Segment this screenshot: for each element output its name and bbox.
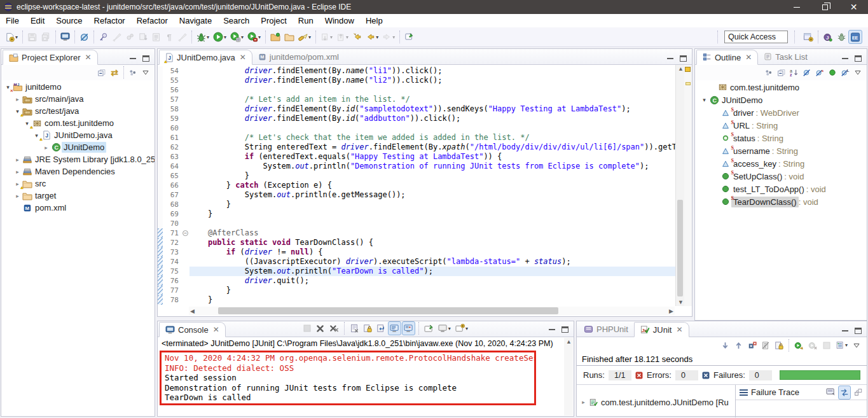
tree-item[interactable]: ▾▲com.test.junitdemo [1, 117, 155, 129]
code-line-60[interactable]: 60 [158, 123, 675, 133]
scrollbar-thumb[interactable] [218, 307, 558, 314]
view-menu-button[interactable] [851, 66, 864, 80]
close-tab-icon[interactable]: ✕ [676, 325, 682, 334]
junit-test-tree-item[interactable]: ▸ com.test.junitdemo.JUnitDemo [Ru [577, 385, 735, 417]
next-annotation-button[interactable]: ▾ [319, 30, 334, 44]
minimize-window-button[interactable] [782, 0, 811, 14]
rerun-failed-button[interactable] [806, 338, 820, 352]
run-coverage-button[interactable]: ▾ [228, 30, 245, 44]
save-all-button[interactable] [39, 30, 53, 44]
history-button[interactable]: ▾ [834, 338, 850, 352]
tab-task-list[interactable]: Task List [758, 49, 813, 64]
run-button[interactable]: ▾ [211, 30, 228, 44]
tab-outline[interactable]: Outline ✕ [696, 50, 758, 65]
code-text[interactable]: } [189, 295, 675, 305]
outline-item[interactable]: STearDownClass() : void [695, 195, 867, 208]
dropdown-caret-icon[interactable]: ▾ [308, 34, 311, 40]
maximize-view-icon[interactable] [855, 55, 862, 62]
menu-search-6[interactable]: Search [217, 14, 255, 27]
new-wizard-button[interactable]: ▾ [3, 30, 20, 44]
outline-item[interactable]: com.test.junitdemo [695, 81, 867, 94]
pin-console-button[interactable] [422, 321, 436, 335]
minimize-view-icon[interactable] [842, 330, 848, 331]
expand-arrow-icon[interactable]: ▸ [579, 399, 588, 405]
menu-file-0[interactable]: File [0, 14, 25, 27]
scroll-lock-button[interactable] [361, 321, 374, 335]
maximize-view-icon[interactable] [680, 55, 687, 62]
menu-refactor-3[interactable]: Refactor [88, 14, 131, 27]
outline-item[interactable]: Sdriver : WebDriver [695, 106, 867, 119]
code-line-61[interactable]: 61 /* Let's check that the item we added… [158, 133, 675, 143]
open-element-button[interactable] [150, 30, 163, 44]
dropdown-caret-icon[interactable]: ▾ [224, 34, 226, 40]
dropdown-caret-icon[interactable]: ▾ [392, 34, 395, 40]
code-text[interactable]: if (enteredText.equals("Happy Testing at… [189, 152, 675, 162]
trace-filter-button[interactable] [824, 386, 837, 400]
code-text[interactable] [189, 219, 675, 228]
code-line-71[interactable]: 71− @AfterClass [158, 228, 675, 238]
collapse-all-button[interactable] [775, 66, 788, 80]
hide-local-button[interactable]: L [839, 66, 851, 80]
code-text[interactable] [189, 85, 675, 95]
prev-failure-button[interactable] [733, 338, 745, 352]
debug-button[interactable]: ▾ [195, 30, 211, 44]
menu-source-2[interactable]: Source [50, 14, 88, 27]
code-text[interactable]: driver.findElement(By.name("li1")).click… [189, 66, 675, 76]
forward-button[interactable]: ▾ [380, 30, 397, 44]
code-line-63[interactable]: 63 if (enteredText.equals("Happy Testing… [158, 152, 675, 162]
next-failure-button[interactable] [719, 338, 732, 352]
stack-convert-button[interactable] [851, 386, 864, 400]
scrollbar-thumb[interactable] [677, 200, 683, 296]
expand-arrow-icon[interactable]: ▸ [13, 157, 22, 163]
code-text[interactable]: public static void TearDownClass() { [189, 238, 675, 247]
code-text[interactable] [189, 123, 675, 133]
minimize-view-icon[interactable] [130, 58, 136, 59]
tab-project-explorer[interactable]: Project Explorer ✕ [3, 50, 98, 65]
outline-item[interactable]: SURL : String [695, 119, 867, 132]
occurrence-marker[interactable] [685, 67, 691, 72]
clear-console-button[interactable] [348, 321, 361, 335]
collapse-all-button[interactable] [95, 66, 108, 80]
outline-item[interactable]: Saccess_key : String [695, 157, 867, 170]
expand-arrow-icon[interactable]: ▸ [13, 193, 22, 199]
build-project-button[interactable] [123, 30, 137, 44]
dropdown-caret-icon[interactable]: ▾ [376, 34, 378, 40]
code-text[interactable]: String enteredText = driver.findElement(… [189, 143, 675, 152]
search-button[interactable]: ▾ [296, 30, 313, 44]
console-scrollbar[interactable]: ▲ [564, 338, 573, 415]
display-console-button[interactable]: ▾ [436, 321, 453, 335]
scroll-up-icon[interactable]: ▲ [678, 66, 684, 72]
show-skipped-button[interactable] [759, 338, 772, 352]
code-text[interactable]: driver.findElement(By.id("sampletodotext… [189, 104, 675, 114]
close-tab-icon[interactable]: ✕ [213, 325, 219, 334]
tab-junit[interactable]: Ju JUnit ✕ [634, 322, 689, 337]
code-line-55[interactable]: 55 driver.findElement(By.name("li2")).cl… [158, 76, 675, 85]
code-line-76[interactable]: 76 driver.quit(); [158, 276, 675, 286]
hide-fields-button[interactable] [801, 66, 813, 80]
menu-edit-1[interactable]: Edit [25, 14, 50, 27]
scroll-lock-button[interactable] [773, 338, 785, 352]
code-line-67[interactable]: 67 System.out.println(e.getMessage()); [158, 190, 675, 200]
scroll-down-icon[interactable]: ▼ [678, 299, 684, 305]
menu-window-9[interactable]: Window [319, 14, 360, 27]
open-console-tool-button[interactable] [59, 30, 72, 44]
code-text[interactable]: @AfterClass [189, 228, 675, 238]
code-text[interactable]: System.out.println("Demonstration of run… [189, 162, 675, 171]
show-public-button[interactable] [826, 66, 839, 80]
compare-result-button[interactable] [838, 386, 851, 400]
code-line-57[interactable]: 57 /* Let's add an item in the list. */ [158, 95, 675, 104]
show-stderr-button[interactable]: * [402, 321, 415, 335]
minimize-view-icon[interactable] [667, 58, 673, 59]
menu-help-10[interactable]: Help [360, 14, 389, 27]
outline-item[interactable]: Susername : String [695, 144, 867, 157]
code-line-74[interactable]: 74 ((JavascriptExecutor) driver).execute… [158, 257, 675, 267]
code-line-77[interactable]: 77 } [158, 286, 675, 295]
mark-occurrences-button[interactable] [97, 30, 110, 44]
stop-button[interactable] [820, 338, 833, 352]
restore-window-button[interactable] [811, 0, 839, 14]
synchronize-button[interactable] [137, 30, 150, 44]
scroll-right-icon[interactable]: ▶ [669, 308, 673, 314]
skip-breakpoints-button[interactable] [78, 30, 91, 44]
dropdown-caret-icon[interactable]: ▾ [258, 34, 261, 40]
code-text[interactable]: driver.findElement(By.name("li2")).click… [189, 76, 675, 85]
